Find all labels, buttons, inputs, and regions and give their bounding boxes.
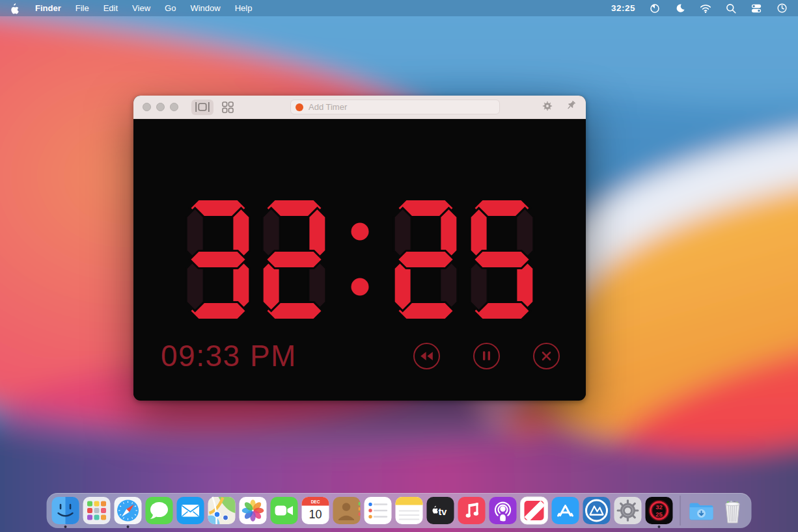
seven-segment-digit-2 — [260, 197, 328, 322]
timer-display: 09:33 PM — [133, 119, 586, 400]
dock-item-system-preferences[interactable] — [614, 496, 642, 525]
dock-item-contacts[interactable] — [333, 496, 361, 525]
svg-text:32: 32 — [655, 503, 663, 511]
pin-button[interactable] — [566, 100, 577, 114]
wifi-icon[interactable] — [698, 1, 713, 16]
dock: DEC10tv3225 — [47, 493, 752, 528]
menubar: Finder FileEditViewGoWindowHelp 32:25 — [0, 0, 798, 16]
seven-segment-digit-5 — [468, 197, 536, 322]
settings-button[interactable] — [542, 100, 553, 114]
safari-icon — [114, 496, 143, 525]
menubar-menu-go[interactable]: Go — [158, 3, 183, 13]
minimize-window-button[interactable] — [156, 103, 165, 111]
apple-menu[interactable] — [9, 3, 19, 14]
podcasts-icon — [489, 496, 517, 525]
svg-text:DEC: DEC — [311, 499, 320, 504]
menubar-timer-text: 32:25 — [611, 3, 635, 13]
maps-icon — [208, 496, 236, 525]
reminders-icon — [364, 496, 392, 525]
downloads-icon — [687, 496, 716, 525]
clock-icon[interactable] — [775, 1, 789, 16]
dock-item-reminders[interactable] — [364, 496, 392, 525]
timer-controls — [413, 343, 560, 369]
notes-icon — [395, 496, 424, 525]
svg-text:tv: tv — [439, 507, 447, 517]
trash-icon — [719, 496, 747, 525]
dock-item-news[interactable] — [520, 496, 549, 525]
dock-item-downloads[interactable] — [687, 496, 716, 525]
launchpad-icon — [83, 496, 111, 525]
search-icon[interactable] — [724, 1, 738, 16]
dock-item-trash[interactable] — [719, 496, 747, 525]
add-timer-field[interactable]: Add Timer — [290, 100, 500, 114]
menubar-menu-file[interactable]: File — [68, 3, 96, 13]
svg-text:10: 10 — [309, 508, 322, 521]
titlebar-actions — [542, 100, 577, 114]
cancel-timer-button[interactable] — [533, 343, 560, 369]
dock-item-maps[interactable] — [208, 496, 236, 525]
seven-segment-time — [133, 197, 586, 322]
menubar-menu-window[interactable]: Window — [183, 3, 227, 13]
news-icon — [520, 496, 549, 525]
mail-icon — [176, 496, 205, 525]
svg-text:25: 25 — [655, 511, 663, 518]
seven-segment-digit-2 — [392, 197, 460, 322]
moon-icon[interactable] — [673, 1, 687, 16]
dock-item-safari[interactable] — [114, 496, 143, 525]
dock-divider — [680, 496, 681, 525]
dock-item-notes[interactable] — [395, 496, 424, 525]
gear-icon — [542, 100, 553, 112]
timer-color-dot-icon — [296, 103, 303, 111]
timer-app-icon: 3225 — [645, 496, 674, 525]
menubar-menu-edit[interactable]: Edit — [96, 3, 125, 13]
pause-icon — [482, 351, 491, 361]
current-clock-time: 09:33 PM — [161, 338, 297, 373]
colon-separator — [337, 197, 383, 322]
contacts-icon — [333, 496, 361, 525]
dock-item-podcasts[interactable] — [489, 496, 517, 525]
dock-item-appstore[interactable] — [551, 496, 580, 525]
menubar-status-icons — [648, 1, 789, 16]
dock-item-music[interactable] — [458, 496, 486, 525]
menubar-menu-view[interactable]: View — [125, 3, 158, 13]
dock-item-timer-app[interactable]: 3225 — [645, 496, 674, 525]
menubar-menus: FileEditViewGoWindowHelp — [68, 0, 260, 16]
timer-window-titlebar[interactable]: Add Timer — [133, 96, 586, 119]
dock-item-photos[interactable] — [239, 496, 268, 525]
dock-item-messages[interactable] — [145, 496, 174, 525]
single-view-button[interactable] — [191, 100, 213, 115]
close-window-button[interactable] — [143, 103, 151, 111]
rewind-button[interactable] — [413, 343, 440, 369]
dock-item-mountain-app[interactable] — [583, 496, 611, 525]
view-mode-switcher — [191, 100, 236, 115]
close-x-icon — [542, 351, 551, 361]
appletv-icon: tv — [426, 496, 455, 525]
apple-logo-icon — [9, 3, 19, 14]
menubar-menu-help[interactable]: Help — [228, 3, 260, 13]
dock-item-launchpad[interactable] — [83, 496, 111, 525]
zoom-window-button[interactable] — [170, 103, 178, 111]
dock-item-facetime[interactable] — [270, 496, 299, 525]
finder-icon — [51, 496, 80, 525]
desktop: Finder FileEditViewGoWindowHelp 32:25 — [0, 0, 798, 532]
facetime-icon — [270, 496, 299, 525]
music-icon — [458, 496, 486, 525]
control-center-icon[interactable] — [749, 1, 764, 16]
system-preferences-icon — [614, 496, 642, 525]
dock-item-appletv[interactable]: tv — [426, 496, 455, 525]
grid-view-button[interactable] — [220, 100, 236, 115]
menubar-status-area: 32:25 — [611, 1, 789, 16]
dock-item-calendar[interactable]: DEC10 — [301, 496, 330, 525]
timer-icon[interactable] — [648, 1, 662, 16]
dock-item-mail[interactable] — [176, 496, 205, 525]
messages-icon — [145, 496, 174, 525]
timer-window: Add Timer — [133, 96, 586, 401]
photos-icon — [239, 496, 268, 525]
seven-segment-digit-3 — [184, 197, 252, 322]
dock-item-finder[interactable] — [51, 496, 80, 525]
running-indicator-dot — [64, 525, 67, 528]
menubar-app-name[interactable]: Finder — [28, 0, 68, 16]
pin-icon — [566, 100, 577, 111]
single-view-icon — [195, 102, 210, 112]
pause-button[interactable] — [473, 343, 500, 369]
